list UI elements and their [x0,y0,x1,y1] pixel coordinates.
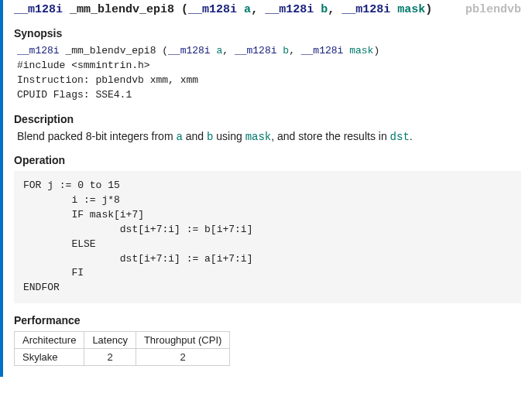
instruction-line: Instruction: pblendvb xmm, xmm [17,74,521,88]
return-type: __m128i [14,3,63,16]
param-type: __m128i [342,3,390,16]
synopsis-title: Synopsis [14,27,521,39]
operation-title: Operation [14,154,521,166]
operation-code: FOR j := 0 to 15 i := j*8 IF mask[i+7] d… [23,179,512,296]
description-text: Blend packed 8-bit integers from a and b… [17,130,521,143]
col-throughput: Throughput (CPI) [136,332,229,349]
description-title: Description [14,113,521,125]
synopsis-block: __m128i _mm_blendv_epi8 (__m128i a, __m1… [17,44,521,102]
param-type: __m128i [188,3,237,16]
param-type: __m128i [265,3,314,16]
table-row: Skylake 2 2 [15,349,230,366]
operation-block: FOR j := 0 to 15 i := j*8 IF mask[i+7] d… [14,171,521,303]
cpuid-line: CPUID Flags: SSE4.1 [17,88,521,103]
param-name: b [321,3,328,16]
col-latency: Latency [84,332,136,349]
instruction-tag: pblendvb [465,3,521,16]
cell-architecture: Skylake [15,349,84,366]
performance-title: Performance [14,314,521,326]
signature-header: __m128i _mm_blendv_epi8 (__m128i a, __m1… [14,3,521,16]
performance-table: Architecture Latency Throughput (CPI) Sk… [14,331,230,366]
table-header-row: Architecture Latency Throughput (CPI) [15,332,230,349]
include-line: #include <smmintrin.h> [17,59,521,74]
cell-latency: 2 [84,349,136,366]
synopsis-signature: __m128i _mm_blendv_epi8 (__m128i a, __m1… [17,44,521,59]
intrinsic-entry: __m128i _mm_blendv_epi8 (__m128i a, __m1… [0,0,532,377]
cell-throughput: 2 [136,349,229,366]
col-architecture: Architecture [15,332,84,349]
param-name: mask [397,3,425,16]
function-name: _mm_blendv_epi8 [70,3,174,16]
param-name: a [244,3,251,16]
